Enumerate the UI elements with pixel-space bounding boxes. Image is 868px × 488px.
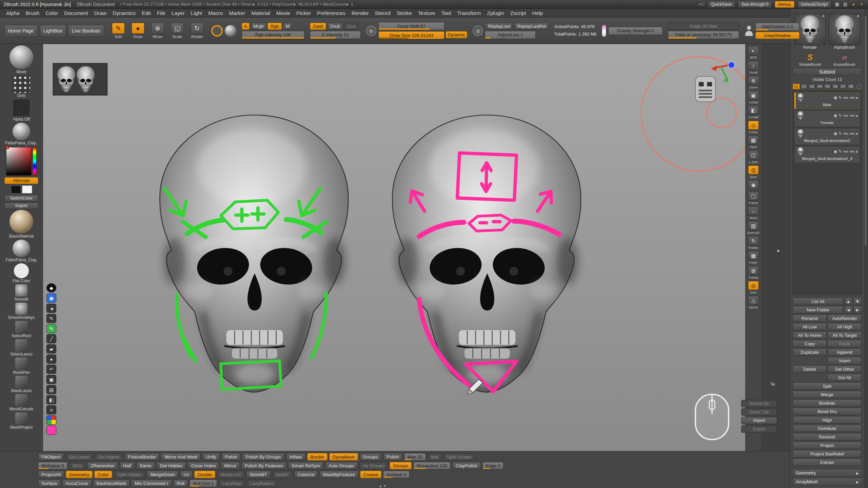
subtool-action-button[interactable]: ◄ [844,306,852,313]
tray-button[interactable]: Del Lower [65,453,93,461]
subtool-action-button[interactable]: Project BasRelief [793,450,862,458]
subtool-action-button[interactable]: Extract [793,459,862,466]
panel-scrollbar[interactable] [864,16,867,246]
view-tab[interactable]: V1 [793,84,800,89]
switch-color-button[interactable]: SwitchColor [4,195,38,202]
tray-button[interactable]: Split Hidden [114,471,145,478]
tab-options-icon[interactable] [857,84,862,89]
eye-icon[interactable]: ◉ [833,131,837,136]
window-layout-icon[interactable]: ▤ [842,2,848,7]
tray-button[interactable]: Uv Groups [359,462,388,469]
menu-item[interactable]: Stroke [394,9,415,17]
paint-icon[interactable]: ✎ [839,113,842,118]
quicksave-button[interactable]: QuickSave [708,1,735,8]
eraser-tool-icon[interactable]: ▰ [46,344,56,353]
menu-item[interactable]: Color [43,9,61,17]
toolbox-item[interactable]: MaskLasso [11,376,32,393]
tool-thumbnail[interactable]: 4 AlphaBrush [829,14,861,50]
paint-mode-button[interactable]: M [283,23,293,30]
tray-button[interactable]: StoreMT [246,471,271,478]
menu-item[interactable]: File [154,9,168,17]
material-preview-icon[interactable] [225,25,236,37]
tray-button[interactable]: Smart ReSym [288,462,323,469]
subtool-action-button[interactable]: Copy [793,340,827,347]
subtool-action-button[interactable]: Align [793,416,862,424]
menu-item[interactable]: Movie [274,9,293,17]
tray-button[interactable]: DelMT [272,471,293,478]
tray-button[interactable]: DynaMesh [329,453,358,461]
sculpt-mode-button[interactable]: Zsub [327,23,343,30]
tray-button[interactable]: Morph UV [217,471,244,478]
mode-button[interactable]: ↻ Rotate [188,23,206,39]
tray-button[interactable]: Uv [180,471,193,478]
toolbox-item[interactable]: Move [9,45,33,74]
transp-button[interactable]: ◍ Transp [748,266,759,279]
board-tool-icon[interactable]: ▤ [46,385,56,394]
hue-strip[interactable] [33,147,37,176]
tray-button[interactable]: Surface 0 [383,471,410,478]
undo-tool-icon[interactable]: ↶ [46,365,56,374]
tray-button[interactable]: Unify [202,453,220,461]
tray-button[interactable]: Auto Groups [325,462,358,469]
menu-item[interactable]: Draw [92,9,109,17]
menu-item[interactable]: Brush [23,9,42,17]
paint-mode-button[interactable]: A [242,23,250,30]
angle-of-view-button[interactable]: Angle Of View [668,23,739,30]
tray-button[interactable]: LazyRadius [246,480,277,487]
replay-button[interactable]: ReplayLast [485,23,513,30]
menu-item[interactable]: Texture [415,9,438,17]
line-tool-icon[interactable]: ╱ [46,334,56,343]
rotate-button[interactable]: ↻ Rotate [748,236,759,249]
view-tab[interactable]: V3 [808,84,815,89]
replay-button[interactable]: ReplayLastRel [514,23,549,30]
menu-item[interactable]: Edit [139,9,154,17]
menu-item[interactable]: Tool [439,9,454,17]
screenshot-tool-icon[interactable]: ◧ [46,395,56,404]
subtool-action-button[interactable]: Del All [828,374,862,381]
subtool-action-button[interactable]: All High [828,323,862,330]
right-divider-arrow[interactable]: ► [776,248,781,253]
white-swatch[interactable] [22,185,32,194]
toolbox-item[interactable]: Dots [13,75,30,98]
subtool-action-button[interactable]: Delete [793,365,827,373]
tray-button[interactable]: Polish By Features [241,462,287,469]
menu-item[interactable]: Marker [226,9,248,17]
paint-mode-button[interactable]: Mrgb [251,23,267,30]
subtool-action-button[interactable]: Paste [828,340,862,347]
mode-button[interactable]: ◱ Scale [169,23,186,39]
mode-button[interactable]: ● Draw [129,23,147,39]
actual-button[interactable]: ▣ Actual [748,91,759,104]
floor-button[interactable]: ▦ Floor [748,136,759,149]
tray-button[interactable]: Mirror [221,462,239,469]
mode-button[interactable]: ⊕ Move [149,23,166,39]
move-button[interactable]: ↔ Move [748,206,759,220]
menu-item[interactable]: Light [188,9,205,17]
eye-icon[interactable]: ◉ [833,95,837,100]
tray-button[interactable]: SDiv [69,462,86,469]
tray-button[interactable]: Half [120,462,135,469]
subtool-action-button[interactable]: ▲ [844,298,852,305]
record-dot-icon[interactable]: ● [850,2,856,7]
tray-button[interactable]: Geometry [66,471,93,478]
subtool-action-button[interactable]: Merge [793,391,862,398]
default-zscript-button[interactable]: DefaultZScript [797,1,831,8]
subtool-action-button[interactable]: List All [793,298,843,305]
tray-button[interactable]: Close Holes [188,462,219,469]
toolbox-item[interactable]: BasicMaterial [9,210,34,239]
aahalf-button[interactable]: ◧ AAHalf [748,106,759,119]
subtool-action-button[interactable]: Distribute [793,425,862,432]
menu-item[interactable]: Help [530,9,546,17]
subtool-action-button[interactable]: Append [828,348,862,356]
tray-button[interactable]: Polish [221,453,241,461]
field-of-view-slider[interactable]: Field of view(deg) 39.59775 [668,31,739,39]
subtool-action-button[interactable]: Boolean [793,399,862,407]
see-through-slider[interactable]: See-through 0 [738,1,772,8]
view-tab[interactable]: V7 [840,84,847,89]
gravity-strength-slider[interactable]: Gravity Strength 0 [608,27,663,35]
tray-button[interactable]: MergeDown [147,471,178,478]
menu-item[interactable]: Layer [169,9,188,17]
tray-button[interactable]: ZRemesher [87,462,118,469]
subtool-action-button[interactable]: Project [793,442,862,449]
scroll-button[interactable]: ↕ Scroll [748,61,759,74]
tray-button[interactable]: Mid [428,453,442,461]
